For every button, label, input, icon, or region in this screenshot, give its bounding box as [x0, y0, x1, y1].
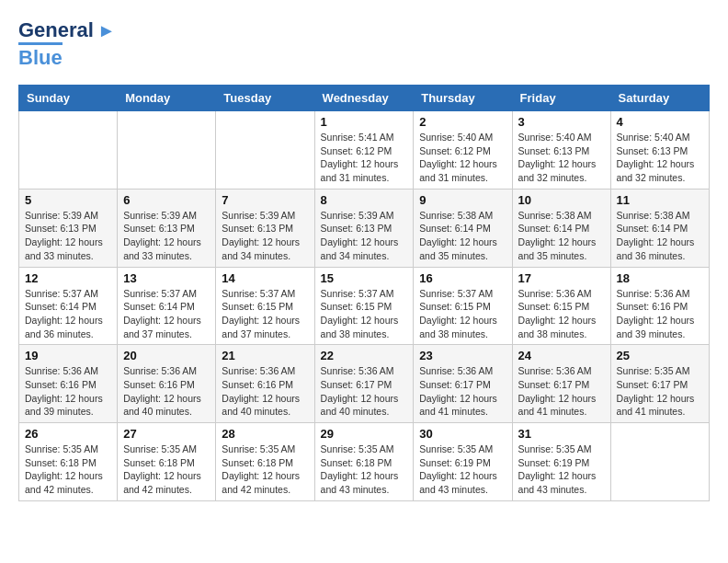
- day-number: 18: [617, 271, 703, 285]
- calendar-cell: 25Sunrise: 5:35 AM Sunset: 6:17 PM Dayli…: [610, 345, 709, 423]
- calendar-cell: 29Sunrise: 5:35 AM Sunset: 6:18 PM Dayli…: [314, 423, 414, 501]
- calendar-table: SundayMondayTuesdayWednesdayThursdayFrid…: [18, 85, 710, 501]
- logo-bird-icon: ►: [97, 20, 116, 41]
- calendar-cell: 10Sunrise: 5:38 AM Sunset: 6:14 PM Dayli…: [512, 189, 610, 267]
- day-detail: Sunrise: 5:39 AM Sunset: 6:13 PM Dayligh…: [25, 209, 111, 263]
- weekday-header-tuesday: Tuesday: [216, 86, 314, 111]
- calendar-cell: 15Sunrise: 5:37 AM Sunset: 6:15 PM Dayli…: [314, 267, 414, 345]
- calendar-cell: 9Sunrise: 5:38 AM Sunset: 6:14 PM Daylig…: [414, 189, 512, 267]
- day-number: 14: [222, 271, 308, 285]
- day-detail: Sunrise: 5:36 AM Sunset: 6:17 PM Dayligh…: [321, 364, 408, 419]
- day-detail: Sunrise: 5:38 AM Sunset: 6:14 PM Dayligh…: [419, 209, 506, 263]
- day-number: 5: [25, 193, 111, 207]
- day-detail: Sunrise: 5:35 AM Sunset: 6:18 PM Dayligh…: [25, 442, 111, 497]
- day-detail: Sunrise: 5:35 AM Sunset: 6:18 PM Dayligh…: [321, 442, 408, 497]
- calendar-cell: [610, 423, 709, 501]
- calendar-cell: 21Sunrise: 5:36 AM Sunset: 6:16 PM Dayli…: [216, 345, 314, 423]
- weekday-header-sunday: Sunday: [19, 86, 118, 111]
- day-number: 28: [222, 427, 308, 441]
- calendar-cell: 7Sunrise: 5:39 AM Sunset: 6:13 PM Daylig…: [216, 189, 314, 267]
- weekday-header-friday: Friday: [512, 86, 610, 111]
- calendar-cell: 6Sunrise: 5:39 AM Sunset: 6:13 PM Daylig…: [118, 189, 216, 267]
- day-detail: Sunrise: 5:36 AM Sunset: 6:16 PM Dayligh…: [25, 364, 111, 419]
- day-number: 22: [321, 349, 408, 362]
- calendar-cell: 17Sunrise: 5:36 AM Sunset: 6:15 PM Dayli…: [512, 267, 610, 345]
- day-number: 11: [617, 193, 703, 207]
- day-number: 30: [419, 427, 506, 441]
- calendar-cell: 30Sunrise: 5:35 AM Sunset: 6:19 PM Dayli…: [414, 423, 512, 501]
- day-detail: Sunrise: 5:36 AM Sunset: 6:15 PM Dayligh…: [518, 287, 605, 341]
- calendar-cell: 11Sunrise: 5:38 AM Sunset: 6:14 PM Dayli…: [610, 189, 709, 267]
- calendar-cell: 22Sunrise: 5:36 AM Sunset: 6:17 PM Dayli…: [314, 345, 414, 423]
- calendar-cell: 18Sunrise: 5:36 AM Sunset: 6:16 PM Dayli…: [610, 267, 709, 345]
- day-detail: Sunrise: 5:36 AM Sunset: 6:16 PM Dayligh…: [222, 364, 308, 419]
- day-detail: Sunrise: 5:40 AM Sunset: 6:13 PM Dayligh…: [518, 131, 605, 185]
- day-number: 12: [25, 271, 111, 285]
- calendar-cell: 2Sunrise: 5:40 AM Sunset: 6:12 PM Daylig…: [414, 111, 512, 190]
- day-detail: Sunrise: 5:36 AM Sunset: 6:17 PM Dayligh…: [419, 364, 506, 419]
- day-detail: Sunrise: 5:35 AM Sunset: 6:18 PM Dayligh…: [222, 442, 308, 497]
- weekday-header-saturday: Saturday: [610, 86, 709, 111]
- calendar-cell: 4Sunrise: 5:40 AM Sunset: 6:13 PM Daylig…: [610, 111, 709, 190]
- calendar-cell: 12Sunrise: 5:37 AM Sunset: 6:14 PM Dayli…: [19, 267, 118, 345]
- day-detail: Sunrise: 5:37 AM Sunset: 6:14 PM Dayligh…: [25, 287, 111, 341]
- day-number: 2: [419, 115, 506, 129]
- weekday-header-monday: Monday: [118, 86, 216, 111]
- calendar-cell: 14Sunrise: 5:37 AM Sunset: 6:15 PM Dayli…: [216, 267, 314, 345]
- day-number: 7: [222, 193, 308, 207]
- day-number: 31: [518, 427, 605, 441]
- day-number: 6: [123, 193, 210, 207]
- day-detail: Sunrise: 5:36 AM Sunset: 6:16 PM Dayligh…: [123, 364, 210, 419]
- logo-general: General: [18, 18, 94, 42]
- day-detail: Sunrise: 5:35 AM Sunset: 6:19 PM Dayligh…: [518, 442, 605, 497]
- day-detail: Sunrise: 5:39 AM Sunset: 6:13 PM Dayligh…: [222, 209, 308, 263]
- day-detail: Sunrise: 5:35 AM Sunset: 6:19 PM Dayligh…: [419, 442, 506, 497]
- day-detail: Sunrise: 5:40 AM Sunset: 6:12 PM Dayligh…: [419, 131, 506, 185]
- day-number: 20: [123, 349, 210, 362]
- calendar-cell: 23Sunrise: 5:36 AM Sunset: 6:17 PM Dayli…: [414, 345, 512, 423]
- calendar-cell: 24Sunrise: 5:36 AM Sunset: 6:17 PM Dayli…: [512, 345, 610, 423]
- day-detail: Sunrise: 5:38 AM Sunset: 6:14 PM Dayligh…: [617, 209, 703, 263]
- day-number: 27: [123, 427, 210, 441]
- day-number: 21: [222, 349, 308, 362]
- day-number: 8: [321, 193, 408, 207]
- day-detail: Sunrise: 5:40 AM Sunset: 6:13 PM Dayligh…: [617, 131, 703, 185]
- day-number: 24: [518, 349, 605, 362]
- calendar-cell: 28Sunrise: 5:35 AM Sunset: 6:18 PM Dayli…: [216, 423, 314, 501]
- day-number: 29: [321, 427, 408, 441]
- logo: General ► Blue: [18, 18, 116, 70]
- day-number: 16: [419, 271, 506, 285]
- day-number: 26: [25, 427, 111, 441]
- day-detail: Sunrise: 5:37 AM Sunset: 6:15 PM Dayligh…: [419, 287, 506, 341]
- calendar-cell: 26Sunrise: 5:35 AM Sunset: 6:18 PM Dayli…: [19, 423, 118, 501]
- logo-blue: Blue: [18, 42, 63, 70]
- day-detail: Sunrise: 5:37 AM Sunset: 6:14 PM Dayligh…: [123, 287, 210, 341]
- calendar-cell: 27Sunrise: 5:35 AM Sunset: 6:18 PM Dayli…: [118, 423, 216, 501]
- calendar-cell: 3Sunrise: 5:40 AM Sunset: 6:13 PM Daylig…: [512, 111, 610, 190]
- day-number: 17: [518, 271, 605, 285]
- day-detail: Sunrise: 5:35 AM Sunset: 6:17 PM Dayligh…: [617, 364, 703, 419]
- day-detail: Sunrise: 5:36 AM Sunset: 6:17 PM Dayligh…: [518, 364, 605, 419]
- day-number: 23: [419, 349, 506, 362]
- calendar-cell: [216, 111, 314, 190]
- day-detail: Sunrise: 5:38 AM Sunset: 6:14 PM Dayligh…: [518, 209, 605, 263]
- calendar-cell: 1Sunrise: 5:41 AM Sunset: 6:12 PM Daylig…: [314, 111, 414, 190]
- day-number: 10: [518, 193, 605, 207]
- day-number: 4: [617, 115, 703, 129]
- calendar-week-2: 5Sunrise: 5:39 AM Sunset: 6:13 PM Daylig…: [19, 189, 710, 267]
- day-number: 3: [518, 115, 605, 129]
- day-detail: Sunrise: 5:37 AM Sunset: 6:15 PM Dayligh…: [321, 287, 408, 341]
- calendar-cell: 20Sunrise: 5:36 AM Sunset: 6:16 PM Dayli…: [118, 345, 216, 423]
- calendar-cell: [19, 111, 118, 190]
- day-detail: Sunrise: 5:39 AM Sunset: 6:13 PM Dayligh…: [321, 209, 408, 263]
- calendar-week-1: 1Sunrise: 5:41 AM Sunset: 6:12 PM Daylig…: [19, 111, 710, 190]
- calendar-cell: 31Sunrise: 5:35 AM Sunset: 6:19 PM Dayli…: [512, 423, 610, 501]
- day-number: 1: [321, 115, 408, 129]
- calendar-week-4: 19Sunrise: 5:36 AM Sunset: 6:16 PM Dayli…: [19, 345, 710, 423]
- weekday-header-thursday: Thursday: [414, 86, 512, 111]
- day-number: 13: [123, 271, 210, 285]
- calendar-cell: [118, 111, 216, 190]
- day-number: 9: [419, 193, 506, 207]
- day-detail: Sunrise: 5:36 AM Sunset: 6:16 PM Dayligh…: [617, 287, 703, 341]
- calendar-cell: 13Sunrise: 5:37 AM Sunset: 6:14 PM Dayli…: [118, 267, 216, 345]
